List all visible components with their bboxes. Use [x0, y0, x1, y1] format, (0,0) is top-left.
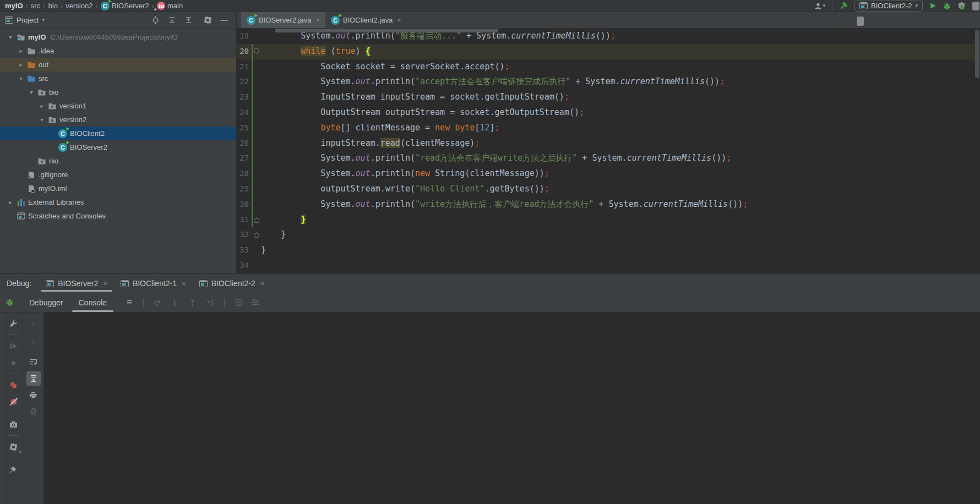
expand-all-button[interactable] [165, 13, 179, 28]
view-breakpoints-button[interactable] [7, 378, 21, 392]
chevron-down-icon[interactable]: ▾ [42, 18, 45, 23]
settings-gear-button[interactable] [200, 13, 215, 28]
line-number[interactable]: 30 [237, 197, 261, 212]
soft-wrap-button[interactable] [26, 355, 41, 369]
tree-item-bio[interactable]: ▾bio [0, 85, 236, 99]
step-out-button[interactable] [186, 295, 200, 310]
resume-button[interactable] [7, 339, 21, 353]
debug-session-tab-bioclient2-2[interactable]: BIOClient2-2× [193, 274, 271, 293]
collapse-arrow-icon[interactable]: ▾ [37, 117, 47, 123]
line-number[interactable]: 19 [237, 29, 261, 44]
run-button[interactable] [929, 2, 937, 9]
fold-marker-icon[interactable] [253, 217, 260, 223]
project-panel-title[interactable]: Project [17, 16, 39, 24]
scroll-to-end-button[interactable] [26, 371, 41, 386]
tree-item-myio[interactable]: ▾myIOC:\Users\xw0044505\IdeaProjects\myI… [0, 30, 236, 44]
debug-view-tab-console[interactable]: Console [71, 293, 115, 312]
code-line[interactable]: 25 byte[] clientMessage = new byte[12]; [237, 120, 980, 136]
gutter[interactable]: 25 [237, 120, 261, 136]
line-number[interactable]: 22 [237, 74, 261, 90]
coverage-button[interactable] [957, 2, 966, 10]
editor-tab-bioserver2-java[interactable]: CBIOServer2.java× [241, 12, 325, 28]
code-line[interactable]: 28 System.out.println(new String(clientM… [237, 166, 980, 182]
close-tab-icon[interactable]: × [103, 280, 107, 287]
code-line[interactable]: 21 Socket socket = serverSocket.accept()… [237, 59, 980, 75]
build-hammer-button[interactable] [839, 2, 848, 10]
editor[interactable]: 19 System.out.println("服务端启动..." + Syste… [237, 29, 980, 273]
step-over-button[interactable] [150, 295, 165, 310]
tree-item-version2[interactable]: ▾version2 [0, 113, 236, 127]
debug-button[interactable] [943, 2, 951, 10]
expand-arrow-icon[interactable]: ▸ [6, 200, 15, 205]
gutter[interactable]: 27 [237, 151, 261, 166]
tree-item-nio[interactable]: nio [0, 154, 236, 168]
line-number[interactable]: 29 [237, 182, 261, 197]
debug-session-tab-bioserver2[interactable]: BIOServer2× [39, 274, 114, 293]
close-tab-icon[interactable]: × [260, 280, 265, 287]
gutter[interactable]: 34 [237, 258, 261, 273]
gutter[interactable]: 23 [237, 90, 261, 105]
tree-item-bioclient2[interactable]: CBIOClient2 [0, 127, 236, 140]
line-number[interactable]: 21 [237, 59, 261, 75]
gutter[interactable]: 29 [237, 182, 261, 197]
debug-session-tab-bioclient2-1[interactable]: BIOClient2-1× [114, 274, 193, 293]
close-tab-icon[interactable]: × [397, 17, 401, 24]
tree-item-myio-iml[interactable]: myIO.iml [0, 182, 236, 195]
step-into-button[interactable] [168, 295, 182, 310]
run-config-selector[interactable]: BIOClient2-2▾ [854, 1, 923, 12]
code-line[interactable]: 31 } [237, 212, 980, 228]
pin-button[interactable] [7, 462, 21, 476]
close-tab-icon[interactable]: × [315, 17, 320, 24]
locate-file-button[interactable] [148, 13, 162, 28]
gutter[interactable]: 22 [237, 74, 261, 90]
collapse-arrow-icon[interactable]: ▾ [6, 35, 15, 40]
fold-marker-icon[interactable] [253, 48, 260, 54]
run-to-cursor-button[interactable] [203, 295, 217, 310]
code-line[interactable]: 27 System.out.println("read方法会在客户端write方… [237, 151, 980, 166]
breadcrumb-item-version2[interactable]: version2 [65, 2, 93, 10]
breadcrumb-item-bioserver2[interactable]: CBIOServer2 [100, 2, 150, 10]
expand-arrow-icon[interactable]: ▸ [37, 103, 47, 109]
fold-marker-icon[interactable] [253, 232, 260, 238]
gutter[interactable]: 21 [237, 59, 261, 75]
arrow-up-button[interactable]: ↑ [26, 316, 41, 331]
breadcrumb-item-myio[interactable]: myIO [4, 2, 24, 10]
expand-arrow-icon[interactable]: ▸ [16, 48, 26, 54]
code-line[interactable]: 24 OutputStream outputStream = socket.ge… [237, 105, 980, 120]
gutter[interactable]: 24 [237, 105, 261, 120]
code-line[interactable]: 34 [237, 258, 980, 273]
gutter[interactable]: 31 [237, 212, 261, 228]
line-number[interactable]: 28 [237, 166, 261, 182]
gutter[interactable]: 33 [237, 243, 261, 258]
vertical-scrollbar-thumb[interactable] [975, 30, 979, 78]
code-line[interactable]: 32 } [237, 227, 980, 243]
gutter[interactable]: 26 [237, 136, 261, 151]
line-number[interactable]: 24 [237, 105, 261, 120]
hide-panel-button[interactable]: — [217, 13, 231, 28]
gutter[interactable]: 30 [237, 197, 261, 212]
gutter[interactable]: 28 [237, 166, 261, 182]
mute-breakpoints-button[interactable] [7, 395, 21, 409]
collapse-arrow-icon[interactable]: ▾ [16, 76, 26, 81]
breadcrumb-item-src[interactable]: src [30, 2, 41, 10]
expand-arrow-icon[interactable]: ▸ [16, 62, 26, 68]
debug-view-tab-debugger[interactable]: Debugger [21, 293, 71, 312]
line-number[interactable]: 26 [237, 136, 261, 151]
collapse-all-button[interactable] [181, 13, 195, 28]
view-options-button[interactable]: ≡ [122, 295, 137, 310]
code-line[interactable]: 20 while (true) { [237, 44, 980, 59]
tree-item-scratches-and-consoles[interactable]: Scratches and Consoles [0, 209, 236, 223]
breadcrumb-item-main[interactable]: mmain [156, 2, 183, 10]
thread-dump-camera-button[interactable] [7, 417, 21, 431]
code-area[interactable]: 19 System.out.println("服务端启动..." + Syste… [237, 29, 980, 273]
breadcrumb-item-bio[interactable]: bio [48, 2, 58, 10]
tree-item-out[interactable]: ▸out [0, 58, 236, 72]
horizontal-scrollbar-thumb[interactable] [275, 29, 498, 32]
close-tab-icon[interactable]: × [182, 280, 186, 287]
collapse-arrow-icon[interactable]: ▾ [26, 90, 36, 95]
tree-item-idea[interactable]: ▸.idea [0, 44, 236, 58]
tree-item-gitignore[interactable]: .gitignore [0, 168, 236, 182]
line-number[interactable]: 33 [237, 243, 261, 258]
console-output[interactable] [44, 313, 980, 504]
clear-all-button[interactable] [26, 404, 41, 419]
